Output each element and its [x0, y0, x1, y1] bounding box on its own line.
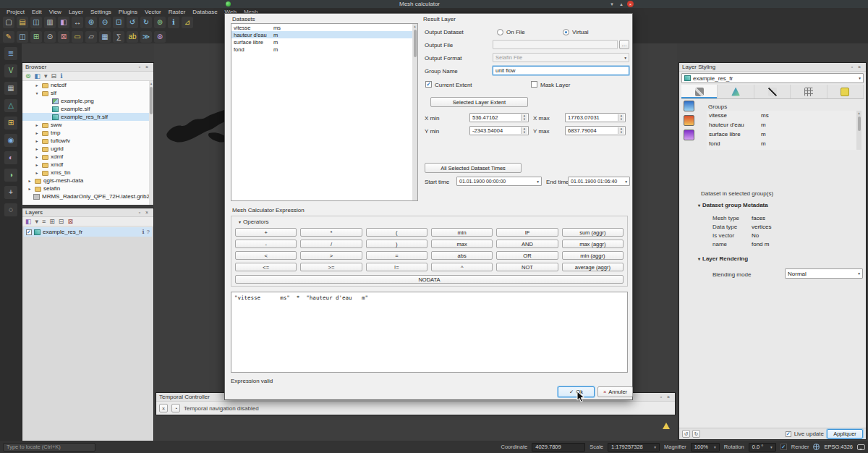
browser-tree-item[interactable]: example.slf: [22, 105, 153, 113]
browser-tree-item[interactable]: ▸ selafin: [22, 185, 153, 192]
dataset-item[interactable]: surface libre m: [231, 38, 417, 46]
current-extent-checkbox[interactable]: ✓: [425, 81, 432, 88]
zoom-last-icon[interactable]: ↺: [127, 17, 138, 28]
browser-tree-item[interactable]: ▾ slf: [22, 89, 153, 97]
dataset-item[interactable]: fond m: [231, 46, 417, 53]
browser-tree-item[interactable]: MRMS_RadarOnly_QPE_72H.latest.grib2: [22, 192, 153, 200]
window-close-button[interactable]: ×: [627, 1, 634, 7]
identify-icon[interactable]: ℹ: [168, 17, 179, 28]
expander-icon[interactable]: ▸: [34, 82, 40, 88]
spin-arrows-icon[interactable]: ▴▾: [618, 114, 624, 121]
crs-value[interactable]: EPSG:4326: [824, 444, 853, 450]
window-minimize-button[interactable]: ▾: [608, 1, 616, 7]
y-min-spinbox[interactable]: -2343.54004 ▴▾: [469, 126, 529, 135]
measure-icon[interactable]: ⊿: [182, 17, 193, 28]
save-edits-icon[interactable]: ◫: [17, 31, 28, 43]
virtual-label[interactable]: Virtual: [572, 29, 589, 35]
tab-contours[interactable]: [718, 85, 754, 98]
tab-labels[interactable]: [827, 85, 864, 98]
spin-arrows-icon[interactable]: ▴▾: [521, 114, 527, 121]
browser-tree-item[interactable]: ▸ qgis-mesh-data: [22, 177, 153, 185]
cancel-button[interactable]: × Annuler: [597, 386, 633, 397]
selected-layer-extent-button[interactable]: Selected Layer Extent: [430, 97, 528, 107]
magnifier-spinbox[interactable]: 100% ▾: [691, 443, 720, 452]
scroll-up-icon[interactable]: ▴: [858, 111, 860, 115]
tab-settings[interactable]: [681, 85, 718, 98]
zoom-out-icon[interactable]: ⊖: [99, 17, 111, 28]
python-console-icon[interactable]: ≫: [140, 31, 152, 43]
tab-vectors[interactable]: [754, 85, 791, 98]
end-time-select[interactable]: 01.01.1900 01:06:40 ▾: [568, 177, 630, 186]
styling-layer-select[interactable]: example_res_fr ▾: [681, 73, 864, 83]
add-wfs-layer-icon[interactable]: ◑: [4, 169, 17, 182]
output-format-select[interactable]: Selafin File ▾: [493, 53, 629, 62]
group-item[interactable]: vitesse ms: [707, 111, 861, 120]
scroll-up-icon[interactable]: ▴: [150, 81, 153, 85]
add-feature-icon[interactable]: ⊞: [30, 31, 42, 43]
browser-tree-item[interactable]: ▸ netcdf: [22, 81, 153, 89]
on-file-label[interactable]: On File: [506, 29, 525, 35]
zoom-in-icon[interactable]: ⊕: [85, 17, 97, 28]
dataset-item[interactable]: vitesse ms: [231, 24, 417, 31]
menu-item[interactable]: Layer: [65, 9, 87, 15]
dataset-item[interactable]: hauteur d'eau m: [231, 31, 417, 38]
mask-layer-label[interactable]: Mask Layer: [540, 82, 570, 88]
operator-button[interactable]: <=: [235, 263, 297, 271]
operator-button[interactable]: !=: [366, 263, 427, 271]
blending-mode-select[interactable]: Normal ▾: [785, 268, 863, 279]
temporal-disable-button[interactable]: ×: [159, 404, 168, 412]
datasets-scrollbar[interactable]: ▴: [412, 24, 417, 200]
scroll-up-icon[interactable]: ▴: [414, 24, 416, 28]
add-wms-layer-icon[interactable]: ◐: [4, 151, 17, 164]
expander-icon[interactable]: ▸: [34, 162, 40, 167]
delete-selected-icon[interactable]: ⊠: [58, 31, 69, 43]
operator-button[interactable]: =: [366, 251, 427, 260]
attribute-table-icon[interactable]: ▦: [99, 31, 111, 43]
menu-item[interactable]: Vector: [141, 9, 165, 15]
operator-button[interactable]: ): [366, 240, 427, 248]
spin-arrows-icon[interactable]: ▴▾: [521, 127, 527, 134]
collapse-all-icon[interactable]: ⊟: [59, 219, 64, 225]
vertex-tool-icon[interactable]: ⊙: [44, 31, 56, 43]
processing-toolbox-icon[interactable]: ⊛: [154, 31, 166, 43]
browser-tree-item[interactable]: ▸ sww: [22, 121, 153, 129]
operator-button[interactable]: (: [366, 228, 427, 237]
metadata-section-header[interactable]: ▾ Dataset group Metadata: [698, 202, 768, 208]
browser-tree-item[interactable]: ▸ xms_tin: [22, 169, 153, 177]
browser-properties-icon[interactable]: ℹ: [60, 73, 62, 80]
toggle-editing-icon[interactable]: ✎: [3, 31, 14, 43]
operator-button[interactable]: max (aggr): [562, 240, 624, 248]
style-undo-icon[interactable]: ↺: [682, 430, 690, 438]
expression-editor[interactable]: "vitesse ms" * "hauteur d'eau m": [231, 292, 628, 373]
operator-button[interactable]: ^: [431, 263, 493, 271]
expander-icon[interactable]: ▸: [27, 178, 33, 183]
menu-item[interactable]: Project: [3, 9, 28, 15]
layer-indicator-icon[interactable]: ℹ: [142, 229, 145, 235]
dock-close-icon[interactable]: ×: [143, 64, 150, 70]
new-project-icon[interactable]: ▢: [3, 17, 14, 28]
messages-warning-icon[interactable]: [663, 423, 670, 429]
filter-legend-icon[interactable]: ▾: [35, 219, 39, 225]
layer-notes-icon[interactable]: ?: [147, 229, 150, 235]
layer-item[interactable]: ✓ example_res_fr ℹ ?: [24, 227, 152, 237]
operator-button[interactable]: -: [235, 240, 297, 248]
expander-icon[interactable]: ▸: [34, 138, 40, 143]
spin-arrows-icon[interactable]: ▴▾: [618, 127, 624, 134]
all-selected-dataset-times-button[interactable]: All Selected Dataset Times: [425, 163, 522, 173]
on-file-radio[interactable]: [497, 29, 503, 35]
tab-mesh-frame[interactable]: [791, 85, 827, 98]
expander-icon[interactable]: ▸: [34, 170, 40, 175]
add-vector-layer-icon[interactable]: V: [4, 64, 17, 77]
operator-button[interactable]: min: [431, 228, 493, 237]
scroll-thumb[interactable]: [858, 117, 861, 131]
expand-all-icon[interactable]: ⊞: [49, 219, 55, 225]
scroll-thumb[interactable]: [150, 87, 153, 114]
expander-icon[interactable]: ▸: [34, 122, 40, 127]
browser-filter-icon[interactable]: ◧: [35, 73, 41, 80]
color-ramp-icon[interactable]: [684, 115, 694, 126]
layer-visibility-checkbox[interactable]: ✓: [26, 229, 32, 235]
operator-button[interactable]: +: [235, 228, 297, 237]
data-source-manager-icon[interactable]: ≣: [4, 47, 17, 60]
pan-map-icon[interactable]: ↔: [72, 17, 83, 28]
expander-icon[interactable]: ▸: [34, 146, 40, 151]
